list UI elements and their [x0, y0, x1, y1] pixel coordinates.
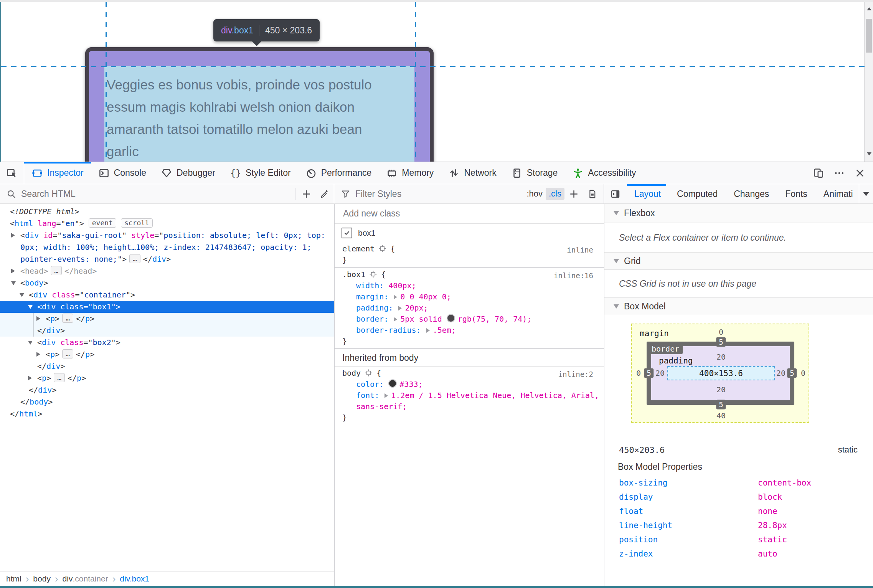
add-node-button[interactable] [297, 184, 315, 203]
collapse-arrow-icon[interactable] [28, 305, 33, 309]
css-declaration[interactable]: color: #333; [335, 379, 604, 390]
tab-memory[interactable]: Memory [379, 162, 441, 184]
all-tabs-dropdown-button[interactable] [859, 184, 873, 203]
boxmodel-margin-box[interactable]: margin border padding 400×153.6 0 5 20 0… [631, 324, 809, 423]
sidebar-tab-computed[interactable]: Computed [669, 184, 726, 203]
collapse-arrow-icon[interactable] [28, 341, 33, 345]
expand-arrow-icon[interactable] [426, 328, 430, 333]
property-name[interactable]: border: [356, 314, 393, 324]
markup-row[interactable]: <div class="container"> [0, 289, 334, 301]
expand-arrow-icon[interactable] [11, 269, 15, 273]
tab-inspector[interactable]: Inspector [24, 162, 91, 184]
markup-row[interactable]: </html> [0, 408, 334, 420]
property-value[interactable]: rgb(75, 70, 74); [458, 314, 532, 324]
property-name[interactable]: margin: [356, 292, 393, 301]
collapse-arrow-icon[interactable] [20, 293, 24, 297]
breadcrumb-item[interactable]: div.container [63, 574, 108, 583]
add-new-class-input[interactable]: Add new class [343, 208, 400, 219]
markup-row[interactable]: <body> [0, 277, 334, 289]
class-checkbox[interactable] [342, 228, 352, 238]
expand-arrow-icon[interactable] [36, 352, 40, 357]
css-declaration[interactable]: width: 400px; [335, 280, 604, 291]
tab-accessibility[interactable]: Accessibility [565, 162, 643, 184]
inline-ellipsis-button[interactable]: … [129, 254, 140, 263]
markup-row[interactable]: <div class="box2"> [0, 337, 334, 349]
css-declaration[interactable]: border-radius: .5em; [335, 325, 604, 336]
stylesheet-source-link[interactable]: inline [567, 244, 593, 256]
sidebar-tab-changes[interactable]: Changes [726, 184, 777, 203]
filter-styles-input[interactable]: Filter Styles [355, 189, 401, 199]
property-name[interactable]: font: [356, 391, 384, 400]
markup-row[interactable]: <p>…</p> [0, 349, 334, 360]
node-selector-icon[interactable] [369, 270, 377, 278]
badge-scroll[interactable]: scroll [121, 218, 153, 228]
inline-ellipsis-button[interactable]: … [62, 314, 73, 323]
markup-row[interactable]: <head>…</head> [0, 265, 334, 277]
close-devtools-button[interactable] [851, 162, 869, 184]
expand-arrow-icon[interactable] [398, 306, 402, 311]
expand-arrow-icon[interactable] [28, 376, 32, 380]
boxmodel-properties-header[interactable]: Box Model Properties [604, 458, 873, 476]
property-value[interactable]: #333; [399, 380, 422, 389]
color-swatch[interactable] [447, 314, 455, 322]
property-value[interactable]: 400px; [388, 281, 416, 290]
markup-row[interactable]: </div> [0, 384, 334, 396]
expand-arrow-icon[interactable] [385, 393, 388, 398]
markup-row[interactable]: <html lang="en">eventscroll [0, 218, 334, 230]
markup-row[interactable]: </body> [0, 396, 334, 408]
expand-arrow-icon[interactable] [36, 316, 40, 321]
toggle-classes-button[interactable]: .cls [546, 188, 564, 200]
property-name[interactable]: color: [356, 380, 388, 389]
tab-style-editor[interactable]: {}Style Editor [223, 162, 298, 184]
boxmodel-property-row[interactable]: positionstatic [604, 532, 873, 547]
inline-ellipsis-button[interactable]: … [62, 349, 73, 358]
inline-ellipsis-button[interactable]: … [51, 266, 62, 275]
tab-storage[interactable]: Storage [504, 162, 565, 184]
property-value[interactable]: 0 0 40px 0; [400, 292, 451, 301]
markup-row[interactable]: 0px; width: 100%; height…100%; z-index: … [0, 241, 334, 253]
boxmodel-property-row[interactable]: displayblock [604, 490, 873, 504]
property-value[interactable]: 5px solid [400, 314, 446, 324]
pick-element-button[interactable] [0, 162, 24, 184]
page-scrollbar[interactable] [864, 2, 873, 162]
markup-row[interactable]: <div id="saka-gui-root" style="position:… [0, 230, 334, 241]
tab-console[interactable]: Console [91, 162, 153, 184]
sidebar-tab-layout[interactable]: Layout [626, 184, 669, 203]
expand-arrow-icon[interactable] [11, 233, 15, 238]
tab-performance[interactable]: Performance [298, 162, 379, 184]
node-selector-icon[interactable] [365, 369, 373, 377]
property-value[interactable]: sans-serif; [356, 402, 407, 411]
breadcrumb-item[interactable]: body [33, 574, 51, 583]
boxmodel-property-row[interactable]: line-height28.8px [604, 518, 873, 532]
markup-row[interactable]: <p>…</p> [0, 313, 334, 325]
toggle-hover-button[interactable]: :hov [523, 188, 546, 200]
markup-row[interactable]: </div> [0, 360, 334, 372]
expand-arrow-icon[interactable] [394, 317, 397, 322]
scrollbar-thumb[interactable] [866, 19, 872, 53]
boxmodel-property-row[interactable]: z-indexauto [604, 547, 873, 561]
responsive-design-mode-button[interactable] [809, 162, 828, 184]
scroll-down-icon[interactable] [867, 152, 871, 155]
scroll-up-icon[interactable] [867, 7, 871, 10]
add-rule-button[interactable] [564, 184, 583, 203]
property-name[interactable]: width: [356, 281, 388, 290]
property-value[interactable]: 1.2em / 1.5 Helvetica Neue, Helvetica, A… [391, 391, 599, 400]
css-declaration[interactable]: padding: 20px; [335, 302, 604, 314]
grid-section-header[interactable]: Grid [604, 253, 873, 270]
stylesheet-source-link[interactable]: inline:16 [554, 270, 593, 281]
node-selector-icon[interactable] [378, 244, 386, 253]
css-declaration[interactable]: font: 1.2em / 1.5 Helvetica Neue, Helvet… [335, 390, 604, 401]
markup-row-selected[interactable]: <div class="box1"> [0, 301, 334, 313]
property-value[interactable]: 20px; [405, 303, 428, 312]
property-name[interactable]: border-radius: [356, 325, 426, 335]
badge-event[interactable]: event [89, 218, 116, 228]
search-input[interactable]: Search HTML [21, 189, 76, 199]
sidebar-tab-fonts[interactable]: Fonts [777, 184, 815, 203]
breadcrumb-item[interactable]: div.box1 [120, 574, 149, 583]
stylesheet-source-link[interactable]: inline:2 [558, 369, 593, 380]
boxmodel-content-box[interactable]: 400×153.6 [667, 366, 775, 380]
flexbox-section-header[interactable]: Flexbox [604, 204, 873, 223]
tab-debugger[interactable]: Debugger [153, 162, 223, 184]
sidebar-tab-animati[interactable]: Animati [815, 184, 853, 203]
markup-row[interactable]: </div> [0, 325, 334, 337]
